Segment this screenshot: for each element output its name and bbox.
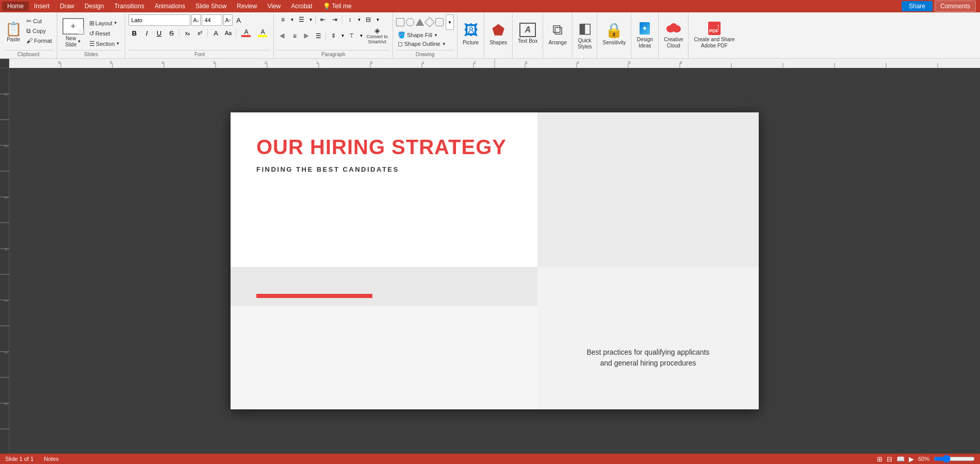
view-presenter-icon[interactable]: ▶ <box>909 455 914 463</box>
bullet-list-dropdown[interactable]: ▼ <box>289 14 295 25</box>
svg-text:2: 2 <box>4 351 8 354</box>
svg-text:2: 2 <box>4 145 8 147</box>
font-size-input[interactable] <box>202 14 222 26</box>
line-spacing-dropdown[interactable]: ▼ <box>356 14 362 25</box>
adobe-pdf-button[interactable]: PDF ↑ Create and Share Adobe PDF <box>692 14 737 55</box>
align-left-btn[interactable]: ⫷ <box>277 31 288 41</box>
menu-review[interactable]: Review <box>232 2 262 11</box>
number-list-btn[interactable]: ☰ <box>296 14 307 25</box>
reset-button[interactable]: ↺ Reset <box>87 29 122 38</box>
notes-toggle[interactable]: Notes <box>44 456 59 462</box>
highlight-color-btn[interactable]: A <box>255 27 270 39</box>
new-slide-button[interactable]: + <box>60 17 86 36</box>
strikethrough-button[interactable]: S <box>166 27 177 39</box>
text-direction-dropdown[interactable]: ▼ <box>339 31 346 41</box>
clipboard-group: 📋 Paste ✂ Cut ⧉ Copy 🖌 Format <box>0 12 57 58</box>
menu-slideshow[interactable]: Slide Show <box>190 2 232 11</box>
subscript-button[interactable]: x₂ <box>182 27 193 39</box>
view-normal-icon[interactable]: ⊞ <box>877 455 883 463</box>
creative-cloud-icon <box>665 21 682 36</box>
svg-text:1: 1 <box>4 300 8 302</box>
svg-text:6: 6 <box>58 60 61 65</box>
textbox-button[interactable]: A Text Box <box>516 14 540 52</box>
shapes-more-btn[interactable]: ▼ <box>446 14 454 30</box>
sensitivity-button[interactable]: 🔒 Sensitivity <box>600 14 628 52</box>
paste-button[interactable]: 📋 Paste <box>3 14 24 50</box>
font-size-increase-btn[interactable]: A↑ <box>223 14 233 26</box>
font-name-input[interactable] <box>128 14 190 26</box>
menu-draw[interactable]: Draw <box>55 2 79 11</box>
underline-button[interactable]: U <box>153 27 165 39</box>
outdent-btn[interactable]: ⇤ <box>317 14 329 25</box>
menu-transitions[interactable]: Transitions <box>109 2 149 11</box>
svg-text:4: 4 <box>161 60 164 65</box>
bold-button[interactable]: B <box>128 27 140 39</box>
svg-text:1: 1 <box>4 196 8 199</box>
align-right-btn[interactable]: ⫸ <box>301 31 312 41</box>
align-text-btn[interactable]: ⊤ <box>346 31 357 41</box>
slide-title: OUR HIRING STRATEGY <box>256 136 514 158</box>
clipboard-label: Clipboard <box>3 50 54 57</box>
zoom-slider[interactable] <box>934 455 975 463</box>
svg-text:3: 3 <box>4 93 8 96</box>
text-direction-btn[interactable]: ⇕ <box>328 31 339 41</box>
quick-styles-button[interactable]: ◧ Quick Styles <box>576 14 594 55</box>
menu-insert[interactable]: Insert <box>29 2 55 11</box>
indent-btn[interactable]: ⇥ <box>329 14 340 25</box>
menu-tell-me[interactable]: 💡 Tell me <box>318 2 357 11</box>
layout-button[interactable]: ⊞ Layout ▼ <box>87 19 122 28</box>
menu-acrobat[interactable]: Acrobat <box>286 2 317 11</box>
svg-text:4: 4 <box>577 60 579 65</box>
font-case-btn[interactable]: Aa <box>222 27 234 39</box>
font-shadow-btn[interactable]: A <box>210 27 221 39</box>
shapes-button[interactable]: ⬟ Shapes <box>487 14 509 52</box>
menu-home[interactable]: Home <box>2 2 29 11</box>
design-ideas-group: ✦ Design Ideas <box>631 12 659 58</box>
picture-button[interactable]: 🖼 Picture <box>461 14 481 52</box>
svg-text:3: 3 <box>4 403 8 405</box>
copy-button[interactable]: ⧉ Copy <box>25 26 54 36</box>
comments-button[interactable]: Comments <box>935 1 976 12</box>
line-spacing-btn[interactable]: ↕ <box>344 14 355 25</box>
arrange-button[interactable]: ⧉ Arrange <box>546 14 569 52</box>
shape-outline-btn[interactable]: ◻ Shape Outline ▼ <box>396 40 454 48</box>
menu-view[interactable]: View <box>262 2 286 11</box>
font-size-decrease-btn[interactable]: A↓ <box>191 14 201 26</box>
creative-cloud-button[interactable]: Creative Cloud <box>662 14 685 55</box>
shape-fill-btn[interactable]: 🪣 Shape Fill ▼ <box>396 31 454 39</box>
view-slide-sorter-icon[interactable]: ⊟ <box>887 455 892 463</box>
new-slide-dropdown[interactable]: New Slide ▼ <box>65 36 81 48</box>
convert-smartart-btn[interactable]: ◈ Convert to SmartArt <box>365 26 389 45</box>
paste-label: Paste <box>7 37 20 42</box>
format-painter-button[interactable]: 🖌 Format <box>25 36 54 45</box>
adobe-pdf-label: Create and Share Adobe PDF <box>694 37 734 49</box>
vertical-ruler: 3 2 1 0 1 2 3 <box>0 68 9 454</box>
menu-design[interactable]: Design <box>79 2 109 11</box>
ribbon: 📋 Paste ✂ Cut ⧉ Copy 🖌 Format <box>0 12 980 59</box>
shapes-label: Shapes <box>489 40 507 45</box>
slide[interactable]: OUR HIRING STRATEGY FINDING THE BEST CAN… <box>231 112 759 409</box>
design-ideas-button[interactable]: ✦ Design Ideas <box>634 14 655 55</box>
svg-text:5: 5 <box>628 60 631 65</box>
columns-btn[interactable]: ⊟ <box>363 14 374 25</box>
columns-dropdown[interactable]: ▼ <box>374 14 381 25</box>
superscript-button[interactable]: x² <box>194 27 205 39</box>
clear-format-btn[interactable]: A <box>234 14 243 26</box>
quick-styles-label: Quick Styles <box>578 38 592 50</box>
menu-animations[interactable]: Animations <box>150 2 190 11</box>
arrange-icon: ⧉ <box>552 22 563 39</box>
section-button[interactable]: ☰ Section ▼ <box>87 39 122 48</box>
view-reading-icon[interactable]: 📖 <box>896 455 905 463</box>
bullet-list-btn[interactable]: ≡ <box>277 14 288 25</box>
share-button[interactable]: Share <box>902 1 933 11</box>
number-list-dropdown[interactable]: ▼ <box>307 14 314 25</box>
justify-btn[interactable]: ☰ <box>313 31 324 41</box>
font-color-btn[interactable]: A <box>238 27 254 39</box>
italic-button[interactable]: I <box>141 27 152 39</box>
shapes-palette <box>396 18 445 26</box>
align-center-btn[interactable]: ≡ <box>289 31 300 41</box>
menu-bar: Home Insert Draw Design Transitions Anim… <box>0 0 980 12</box>
align-text-dropdown[interactable]: ▼ <box>358 31 364 41</box>
drawing-label: Drawing <box>396 50 454 57</box>
cut-button[interactable]: ✂ Cut <box>25 16 54 26</box>
